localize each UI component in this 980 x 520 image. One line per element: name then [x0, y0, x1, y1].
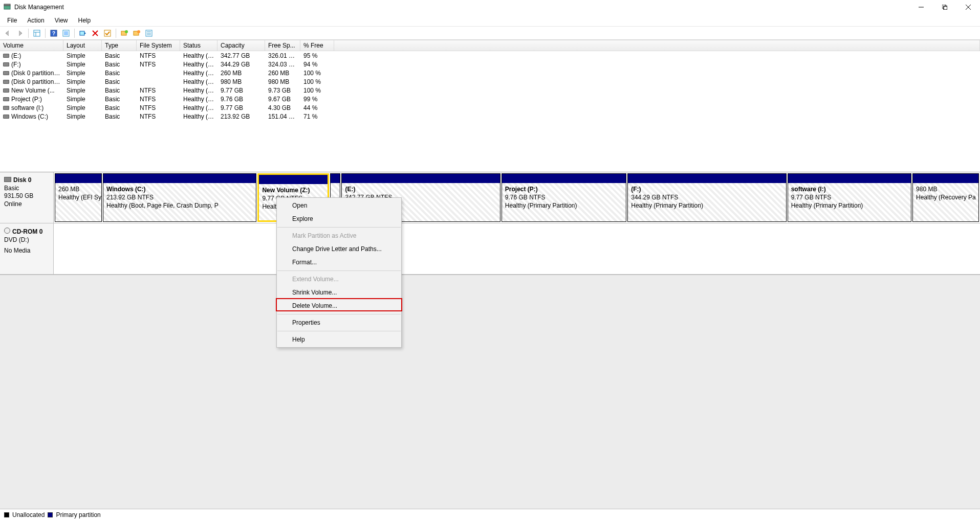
new-2-toolbar-button[interactable]	[131, 28, 142, 39]
list-toolbar-button[interactable]	[143, 28, 155, 39]
play-toolbar-button[interactable]	[77, 28, 89, 39]
cell: NTFS	[137, 96, 180, 103]
settings-toolbar-button[interactable]	[60, 28, 72, 39]
svg-point-20	[125, 30, 128, 33]
layout-button[interactable]	[31, 28, 42, 39]
cell: Basic	[102, 78, 137, 85]
cell: Basic	[102, 87, 137, 94]
cdrom-row: CD-ROM 0 DVD (D:) No Media	[0, 223, 980, 275]
cell: NTFS	[137, 113, 180, 120]
cell: Healthy (E...	[180, 70, 217, 77]
partition-box[interactable]: 980 MBHealthy (Recovery Pa	[912, 173, 979, 222]
cell: NTFS	[137, 87, 180, 94]
ctx-mark-active: Mark Partition as Active	[277, 229, 401, 242]
volume-row[interactable]: (Disk 0 partition 1)SimpleBasicHealthy (…	[0, 69, 980, 77]
cell: 344.29 GB	[217, 61, 265, 68]
legend-swatch-unallocated	[4, 512, 9, 517]
cell: 9.67 GB	[265, 96, 300, 103]
partition-context-menu: Open Explore Mark Partition as Active Ch…	[276, 197, 402, 348]
cell: 260 MB	[265, 70, 300, 77]
menu-view[interactable]: View	[50, 16, 73, 25]
app-icon	[3, 3, 11, 11]
volume-row[interactable]: Project (P:)SimpleBasicNTFSHealthy (P...…	[0, 95, 980, 103]
back-button[interactable]	[2, 28, 13, 39]
svg-rect-0	[4, 6, 10, 9]
ctx-delete[interactable]: Delete Volume...	[277, 299, 401, 312]
column-header[interactable]: % Free	[300, 40, 334, 51]
window-title: Disk Management	[14, 4, 64, 11]
partition-box[interactable]: (F:)344.29 GB NTFSHealthy (Primary Parti…	[627, 173, 786, 222]
column-header[interactable]: Status	[180, 40, 217, 51]
svg-rect-14	[64, 31, 68, 35]
svg-rect-18	[104, 30, 111, 36]
cell: Basic	[102, 52, 137, 59]
cell: 95 %	[300, 52, 334, 59]
toolbar: ?	[0, 27, 980, 40]
volume-row[interactable]: (E:)SimpleBasicNTFSHealthy (P...342.77 G…	[0, 51, 980, 60]
volume-row[interactable]: software (I:)SimpleBasicNTFSHealthy (P..…	[0, 103, 980, 112]
partition-box[interactable]: Windows (C:)213.92 GB NTFSHealthy (Boot,…	[103, 173, 256, 222]
check-toolbar-button[interactable]	[102, 28, 113, 39]
cell: 326.01 GB	[265, 52, 300, 59]
ctx-shrink[interactable]: Shrink Volume...	[277, 286, 401, 299]
ctx-change-letter[interactable]: Change Drive Letter and Paths...	[277, 242, 401, 256]
cdrom-info[interactable]: CD-ROM 0 DVD (D:) No Media	[0, 223, 54, 274]
cell: 342.77 GB	[217, 52, 265, 59]
cell: Simple	[63, 70, 102, 77]
menu-help[interactable]: Help	[73, 16, 96, 25]
column-header[interactable]: Type	[102, 40, 137, 51]
menu-action[interactable]: Action	[22, 16, 49, 25]
cell: Simple	[63, 78, 102, 85]
cell: Healthy (P...	[180, 52, 217, 59]
volume-row[interactable]: New Volume (...SimpleBasicNTFSHealthy (P…	[0, 86, 980, 95]
partition-box[interactable]: software (I:)9.77 GB NTFSHealthy (Primar…	[788, 173, 911, 222]
svg-rect-15	[80, 31, 84, 35]
disk-map: Disk 0 Basic 931.50 GB Online 260 MBHeal…	[0, 172, 980, 275]
volume-row[interactable]: Windows (C:)SimpleBasicNTFSHealthy (B...…	[0, 112, 980, 121]
minimize-button[interactable]	[909, 0, 933, 14]
svg-rect-1	[4, 4, 10, 6]
cell: Simple	[63, 87, 102, 94]
delete-toolbar-button[interactable]	[90, 28, 101, 39]
ctx-help[interactable]: Help	[277, 333, 401, 346]
cell: Healthy (B...	[180, 113, 217, 120]
ctx-properties[interactable]: Properties	[277, 316, 401, 329]
cell: NTFS	[137, 52, 180, 59]
cell: Healthy (P...	[180, 104, 217, 111]
menu-file[interactable]: File	[2, 16, 22, 25]
cell: NTFS	[137, 61, 180, 68]
cell: 9.76 GB	[217, 96, 265, 103]
ctx-explore[interactable]: Explore	[277, 212, 401, 225]
maximize-button[interactable]	[933, 0, 956, 14]
cell: 151.04 GB	[265, 113, 300, 120]
cell: Simple	[63, 52, 102, 59]
cell: Healthy (P...	[180, 61, 217, 68]
volume-row[interactable]: (Disk 0 partition 8)SimpleBasicHealthy (…	[0, 77, 980, 86]
help-toolbar-button[interactable]: ?	[48, 28, 59, 39]
column-header[interactable]: Layout	[63, 40, 102, 51]
ctx-open[interactable]: Open	[277, 199, 401, 212]
column-header[interactable]: File System	[137, 40, 180, 51]
ctx-extend: Extend Volume...	[277, 273, 401, 286]
ctx-format[interactable]: Format...	[277, 256, 401, 269]
cell: Basic	[102, 113, 137, 120]
volume-list: (E:)SimpleBasicNTFSHealthy (P...342.77 G…	[0, 51, 980, 121]
svg-point-22	[137, 30, 140, 33]
close-button[interactable]	[956, 0, 980, 14]
disk-0-info[interactable]: Disk 0 Basic 931.50 GB Online	[0, 172, 54, 223]
cell: 100 %	[300, 78, 334, 85]
cell: 980 MB	[217, 78, 265, 85]
column-header[interactable]: Capacity	[217, 40, 265, 51]
svg-rect-8	[34, 30, 40, 36]
legend-unallocated: Unallocated	[12, 511, 45, 518]
forward-button[interactable]	[14, 28, 26, 39]
cell: 94 %	[300, 61, 334, 68]
column-header[interactable]: Free Sp...	[265, 40, 300, 51]
cell: (Disk 0 partition 1)	[0, 70, 63, 77]
partition-box[interactable]: Project (P:)9.76 GB NTFSHealthy (Primary…	[502, 173, 626, 222]
cell: 71 %	[300, 113, 334, 120]
column-header[interactable]: Volume	[0, 40, 63, 51]
partition-box[interactable]: 260 MBHealthy (EFI Sys	[55, 173, 102, 222]
new-1-toolbar-button[interactable]	[119, 28, 130, 39]
volume-row[interactable]: (F:)SimpleBasicNTFSHealthy (P...344.29 G…	[0, 60, 980, 69]
